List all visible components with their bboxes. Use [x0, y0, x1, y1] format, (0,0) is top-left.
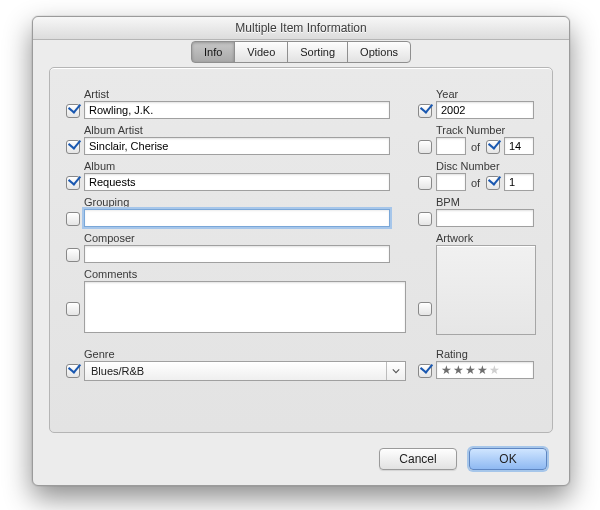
- artwork-well[interactable]: [436, 245, 536, 335]
- input-comments[interactable]: [84, 281, 406, 333]
- input-track-total[interactable]: [504, 137, 534, 155]
- dialog-footer: Cancel OK: [33, 433, 569, 485]
- label-genre: Genre: [84, 348, 115, 360]
- select-genre[interactable]: Blues/R&B: [84, 361, 406, 381]
- label-composer: Composer: [84, 232, 135, 244]
- input-composer[interactable]: [84, 245, 390, 263]
- input-disc-total[interactable]: [504, 173, 534, 191]
- tab-info[interactable]: Info: [191, 41, 235, 63]
- input-bpm[interactable]: [436, 209, 534, 227]
- tab-bar: InfoVideoSortingOptions: [49, 41, 553, 63]
- window-title: Multiple Item Information: [33, 17, 569, 40]
- check-artist[interactable]: [66, 104, 80, 118]
- check-comments[interactable]: [66, 302, 80, 316]
- label-disc-of: of: [471, 177, 480, 189]
- check-album[interactable]: [66, 176, 80, 190]
- form: Artist Album Artist Album Grouping Compo…: [66, 88, 536, 418]
- label-artwork: Artwork: [436, 232, 473, 244]
- check-album-artist[interactable]: [66, 140, 80, 154]
- check-composer[interactable]: [66, 248, 80, 262]
- tab-options[interactable]: Options: [347, 41, 411, 63]
- star-icon: ★: [453, 364, 464, 376]
- label-track-number: Track Number: [436, 124, 505, 136]
- chevron-down-icon: [386, 362, 405, 380]
- label-album-artist: Album Artist: [84, 124, 143, 136]
- label-comments: Comments: [84, 268, 137, 280]
- select-genre-value: Blues/R&B: [91, 362, 383, 380]
- label-track-of: of: [471, 141, 480, 153]
- check-year[interactable]: [418, 104, 432, 118]
- check-grouping[interactable]: [66, 212, 80, 226]
- check-track-total[interactable]: [486, 140, 500, 154]
- input-grouping[interactable]: [84, 209, 390, 227]
- input-disc-number[interactable]: [436, 173, 466, 191]
- rating-control[interactable]: ★ ★ ★ ★ ★: [436, 361, 534, 379]
- check-genre[interactable]: [66, 364, 80, 378]
- label-year: Year: [436, 88, 458, 100]
- input-album[interactable]: [84, 173, 390, 191]
- star-icon: ★: [441, 364, 452, 376]
- label-album: Album: [84, 160, 115, 172]
- check-artwork[interactable]: [418, 302, 432, 316]
- input-year[interactable]: [436, 101, 534, 119]
- cancel-button[interactable]: Cancel: [379, 448, 457, 470]
- content-area: InfoVideoSortingOptions Artist Album Art…: [49, 53, 553, 433]
- tab-pane-info: Artist Album Artist Album Grouping Compo…: [49, 67, 553, 433]
- label-bpm: BPM: [436, 196, 460, 208]
- input-artist[interactable]: [84, 101, 390, 119]
- label-artist: Artist: [84, 88, 109, 100]
- check-disc-number[interactable]: [418, 176, 432, 190]
- ok-button[interactable]: OK: [469, 448, 547, 470]
- tab-video[interactable]: Video: [234, 41, 288, 63]
- star-icon: ★: [477, 364, 488, 376]
- label-grouping: Grouping: [84, 196, 129, 208]
- check-rating[interactable]: [418, 364, 432, 378]
- label-disc-number: Disc Number: [436, 160, 500, 172]
- check-disc-total[interactable]: [486, 176, 500, 190]
- check-bpm[interactable]: [418, 212, 432, 226]
- input-album-artist[interactable]: [84, 137, 390, 155]
- star-icon: ★: [465, 364, 476, 376]
- dialog-window: Multiple Item Information InfoVideoSorti…: [32, 16, 570, 486]
- tab-sorting[interactable]: Sorting: [287, 41, 348, 63]
- input-track-number[interactable]: [436, 137, 466, 155]
- star-icon: ★: [489, 364, 500, 376]
- label-rating: Rating: [436, 348, 468, 360]
- check-track-number[interactable]: [418, 140, 432, 154]
